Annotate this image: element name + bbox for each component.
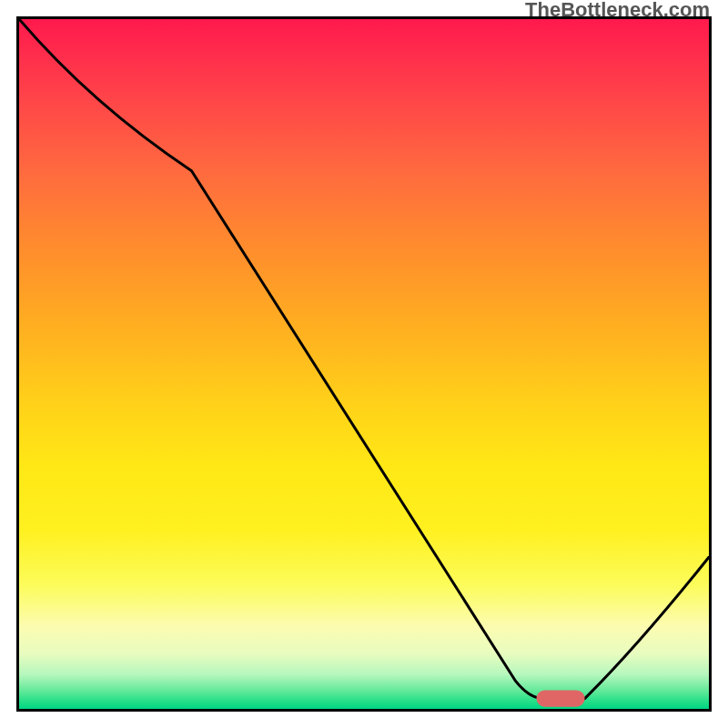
chart-container: TheBottleneck.com: [0, 0, 728, 728]
plot-area: [16, 16, 712, 712]
highlight-pill: [537, 691, 585, 707]
curve-path: [19, 19, 709, 699]
curve-layer: [19, 19, 709, 709]
